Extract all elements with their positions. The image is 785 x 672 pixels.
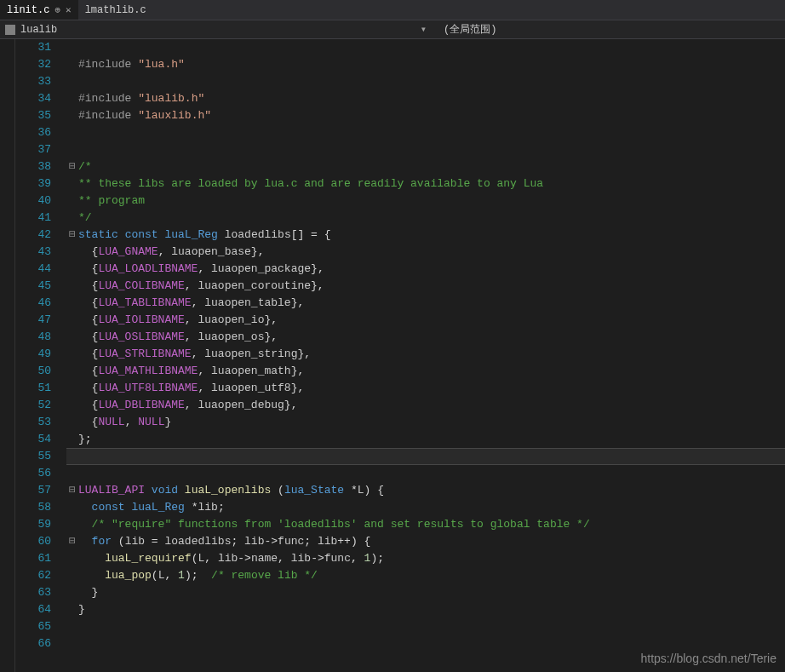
fold-toggle [66, 567, 78, 584]
code-line[interactable] [66, 124, 785, 141]
line-number: 64 [15, 601, 51, 618]
code-line[interactable]: {NULL, NULL} [66, 414, 785, 431]
code-editor[interactable]: 3132333435363738394041424344454647484950… [0, 39, 785, 672]
line-number: 32 [15, 56, 51, 73]
line-number: 37 [15, 141, 51, 158]
tab-lmathlib[interactable]: lmathlib.c [78, 0, 153, 20]
line-number: 57 [15, 482, 51, 499]
line-number: 52 [15, 397, 51, 414]
code-line[interactable]: ** these libs are loaded by lua.c and ar… [66, 175, 785, 192]
code-line[interactable]: ⊟LUALIB_API void luaL_openlibs (lua_Stat… [66, 482, 785, 499]
code-line[interactable]: /* "require" functions from 'loadedlibs'… [66, 516, 785, 533]
line-number: 56 [15, 465, 51, 482]
code-text [78, 73, 785, 90]
chevron-down-icon: ▾ [421, 23, 427, 36]
code-text: const luaL_Reg *lib; [78, 499, 785, 516]
fold-toggle [66, 124, 78, 141]
fold-toggle [66, 601, 78, 618]
line-number: 41 [15, 210, 51, 227]
code-text [78, 39, 785, 56]
pin-icon[interactable]: ⊕ [54, 4, 60, 15]
code-line[interactable] [66, 39, 785, 56]
code-line[interactable]: {LUA_TABLIBNAME, luaopen_table}, [66, 295, 785, 312]
code-line[interactable]: }; [66, 431, 785, 448]
line-number: 48 [15, 329, 51, 346]
code-line[interactable]: {LUA_DBLIBNAME, luaopen_debug}, [66, 397, 785, 414]
line-number: 40 [15, 192, 51, 210]
fold-toggle [66, 431, 78, 448]
code-text: {LUA_DBLIBNAME, luaopen_debug}, [78, 397, 785, 414]
code-line[interactable]: #include "lauxlib.h" [66, 107, 785, 124]
code-text [78, 618, 785, 635]
code-line[interactable]: {LUA_UTF8LIBNAME, luaopen_utf8}, [66, 380, 785, 397]
symbol-dropdown[interactable]: lualib ▾ [5, 23, 427, 36]
code-line[interactable]: {LUA_OSLIBNAME, luaopen_os}, [66, 329, 785, 346]
code-line[interactable]: ⊟ for (lib = loadedlibs; lib->func; lib+… [66, 533, 785, 550]
fold-toggle [66, 449, 78, 464]
symbol-name: lualib [20, 24, 57, 36]
fold-toggle [66, 465, 78, 482]
code-text: #include "lualib.h" [78, 90, 785, 107]
code-area[interactable]: #include "lua.h"#include "lualib.h"#incl… [66, 39, 785, 672]
code-text: lua_pop(L, 1); /* remove lib */ [78, 567, 785, 584]
line-number: 62 [15, 567, 51, 584]
code-line[interactable]: } [66, 584, 785, 601]
code-line[interactable]: #include "lualib.h" [66, 90, 785, 107]
code-text: {LUA_TABLIBNAME, luaopen_table}, [78, 295, 785, 312]
code-line[interactable] [66, 618, 785, 635]
module-icon [5, 25, 15, 35]
code-line[interactable]: luaL_requiref(L, lib->name, lib->func, 1… [66, 550, 785, 567]
fold-toggle [66, 210, 78, 227]
code-line[interactable]: ⊟static const luaL_Reg loadedlibs[] = { [66, 227, 785, 244]
code-line[interactable]: ** program [66, 192, 785, 210]
scope-dropdown[interactable]: (全局范围) [427, 22, 496, 37]
fold-toggle [66, 244, 78, 261]
code-line[interactable]: {LUA_STRLIBNAME, luaopen_string}, [66, 346, 785, 363]
code-line[interactable]: */ [66, 210, 785, 227]
line-number: 49 [15, 346, 51, 363]
code-line[interactable]: #include "lua.h" [66, 56, 785, 73]
fold-toggle[interactable]: ⊟ [66, 482, 78, 499]
code-line[interactable]: {LUA_COLIBNAME, luaopen_coroutine}, [66, 278, 785, 295]
code-line[interactable]: lua_pop(L, 1); /* remove lib */ [66, 567, 785, 584]
fold-toggle [66, 550, 78, 567]
fold-toggle [66, 175, 78, 192]
code-line[interactable]: {LUA_LOADLIBNAME, luaopen_package}, [66, 261, 785, 278]
code-text: ** program [78, 192, 785, 210]
code-line[interactable] [66, 73, 785, 90]
line-number: 34 [15, 90, 51, 107]
code-line[interactable]: {LUA_IOLIBNAME, luaopen_io}, [66, 312, 785, 329]
code-text: LUALIB_API void luaL_openlibs (lua_State… [78, 482, 785, 499]
line-number: 66 [15, 635, 51, 652]
code-line[interactable]: {LUA_MATHLIBNAME, luaopen_math}, [66, 363, 785, 380]
line-number: 43 [15, 244, 51, 261]
line-number: 44 [15, 261, 51, 278]
code-line[interactable]: } [66, 601, 785, 618]
code-text: }; [78, 431, 785, 448]
fold-toggle[interactable]: ⊟ [66, 158, 78, 175]
code-text: {LUA_UTF8LIBNAME, luaopen_utf8}, [78, 380, 785, 397]
code-text [78, 635, 785, 652]
code-line[interactable] [66, 635, 785, 652]
code-line[interactable] [66, 465, 785, 482]
fold-toggle [66, 107, 78, 124]
fold-toggle [66, 618, 78, 635]
fold-toggle [66, 261, 78, 278]
line-number: 31 [15, 39, 51, 56]
code-line[interactable]: const luaL_Reg *lib; [66, 499, 785, 516]
code-text: {LUA_OSLIBNAME, luaopen_os}, [78, 329, 785, 346]
fold-toggle [66, 363, 78, 380]
code-line[interactable]: ⊟/* [66, 158, 785, 175]
code-line[interactable] [66, 141, 785, 158]
code-text: /* [78, 158, 785, 175]
tab-linit[interactable]: linit.c ⊕ ✕ [0, 0, 78, 20]
fold-toggle [66, 56, 78, 73]
fold-toggle [66, 312, 78, 329]
code-text [78, 449, 785, 464]
code-line[interactable] [66, 448, 785, 465]
line-number: 39 [15, 175, 51, 192]
close-icon[interactable]: ✕ [66, 4, 72, 15]
fold-toggle[interactable]: ⊟ [66, 533, 78, 550]
fold-toggle[interactable]: ⊟ [66, 227, 78, 244]
code-line[interactable]: {LUA_GNAME, luaopen_base}, [66, 244, 785, 261]
